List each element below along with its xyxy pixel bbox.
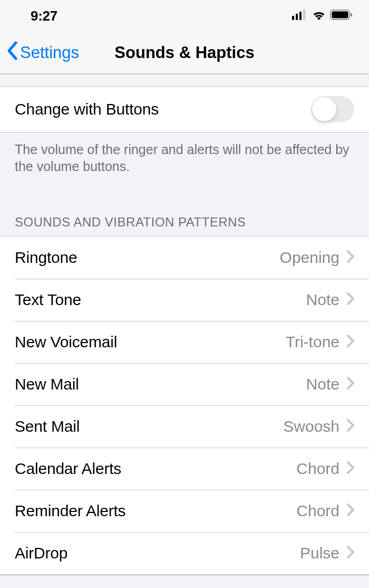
svg-rect-5 [332, 12, 348, 18]
svg-rect-0 [292, 16, 294, 20]
row-value: Opening [280, 249, 339, 267]
change-with-buttons-label: Change with Buttons [15, 100, 311, 118]
chevron-right-icon [347, 249, 354, 267]
toggle-group: Change with Buttons [0, 86, 369, 132]
svg-rect-2 [299, 12, 302, 20]
svg-rect-1 [296, 14, 298, 20]
text-tone-row[interactable]: Text Tone Note [0, 279, 369, 321]
battery-icon [330, 9, 353, 23]
ringtone-row[interactable]: Ringtone Opening [0, 236, 369, 279]
bottom-spacer [0, 575, 369, 585]
svg-rect-6 [351, 13, 352, 16]
list-divider [0, 74, 369, 86]
toggle-footer-text: The volume of the ringer and alerts will… [0, 132, 369, 181]
calendar-alerts-row[interactable]: Calendar Alerts Chord [0, 448, 369, 490]
sounds-list: Ringtone Opening Text Tone Note New Voic… [0, 236, 369, 575]
chevron-right-icon [347, 460, 354, 478]
row-label: Sent Mail [15, 418, 283, 435]
row-label: Reminder Alerts [15, 502, 296, 520]
change-with-buttons-toggle[interactable] [311, 96, 354, 122]
row-label: New Mail [15, 375, 306, 393]
row-value: Pulse [300, 544, 339, 562]
sent-mail-row[interactable]: Sent Mail Swoosh [0, 405, 369, 448]
new-voicemail-row[interactable]: New Voicemail Tri-tone [0, 321, 369, 363]
row-value: Note [306, 375, 339, 393]
page-title: Sounds & Haptics [114, 43, 254, 62]
row-value: Chord [296, 460, 339, 478]
reminder-alerts-row[interactable]: Reminder Alerts Chord [0, 490, 369, 532]
row-label: Calendar Alerts [15, 460, 296, 478]
status-bar: 9:27 [0, 0, 369, 32]
chevron-right-icon [347, 291, 354, 309]
airdrop-row[interactable]: AirDrop Pulse [0, 532, 369, 574]
chevron-left-icon [6, 41, 18, 64]
row-label: New Voicemail [15, 333, 286, 351]
row-label: Text Tone [15, 291, 306, 309]
chevron-right-icon [347, 502, 354, 520]
chevron-right-icon [347, 375, 354, 393]
toggle-knob [312, 97, 336, 121]
row-value: Tri-tone [286, 333, 339, 351]
cellular-icon [292, 10, 308, 22]
row-value: Swoosh [283, 418, 339, 435]
row-value: Chord [296, 502, 339, 520]
nav-bar: Settings Sounds & Haptics [0, 32, 369, 74]
wifi-icon [311, 9, 327, 23]
status-time: 9:27 [31, 8, 57, 24]
change-with-buttons-row[interactable]: Change with Buttons [0, 87, 369, 132]
row-label: AirDrop [15, 544, 300, 562]
row-label: Ringtone [15, 249, 280, 267]
chevron-right-icon [347, 544, 354, 562]
back-button[interactable]: Settings [6, 41, 79, 64]
row-value: Note [306, 291, 339, 309]
back-label: Settings [20, 43, 79, 62]
chevron-right-icon [347, 418, 354, 435]
svg-rect-3 [303, 10, 305, 20]
new-mail-row[interactable]: New Mail Note [0, 363, 369, 405]
status-icons [292, 9, 353, 23]
sounds-section-header: SOUNDS AND VIBRATION PATTERNS [0, 181, 369, 236]
chevron-right-icon [347, 333, 354, 351]
